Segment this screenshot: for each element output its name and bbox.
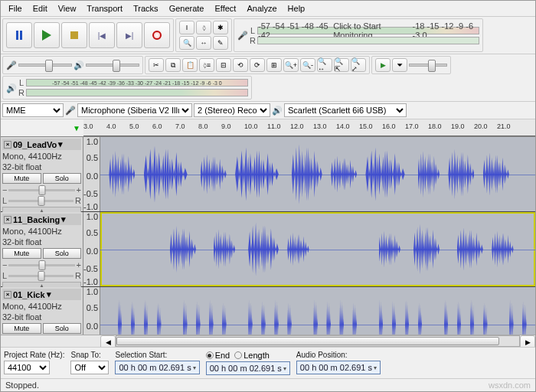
waveform-canvas[interactable]: [100, 137, 535, 211]
length-radio[interactable]: Length: [234, 351, 270, 360]
track-format: Mono, 44100Hz: [2, 152, 81, 161]
zoom-in-button[interactable]: 🔍+: [283, 58, 299, 72]
undo-button[interactable]: ⟲: [233, 58, 248, 72]
edit-toolbar: ✂ ⧉ 📋 ⎀≡ ⊟ ⟲ ⟳ ⊞ 🔍+ 🔍- 🔍↔ 🔍⇱ 🔍⤢: [145, 56, 370, 74]
play-meter-bar-L[interactable]: -57 -54 -51 -48 -45 -42 -39 -36 -33 -30 …: [26, 79, 248, 87]
track-menu-icon[interactable]: ▾: [47, 289, 51, 299]
timeshift-tool[interactable]: ↔: [196, 36, 211, 50]
recording-volume-slider[interactable]: [18, 64, 72, 67]
track-close-button[interactable]: ×: [4, 141, 11, 149]
rec-vol-mic-icon: 🎤: [6, 60, 17, 70]
record-meter[interactable]: 🎤 L -57 -54 -51 -48 -45 -42Click to Star…: [234, 18, 483, 52]
track-panel[interactable]: ×09_LeadVo▾ Mono, 44100Hz 32-bit float M…: [1, 137, 83, 211]
track-name[interactable]: 01_Kick: [13, 290, 45, 299]
rec-meter-scale-L[interactable]: -57 -54 -51 -48 -45 -42Click to Start Mo…: [257, 27, 479, 34]
speaker-icon: 🔊: [6, 83, 17, 93]
timeline-ruler[interactable]: 3.04.05.06.07.08.09.010.011.012.013.014.…: [83, 119, 535, 136]
multi-tool[interactable]: ✎: [213, 36, 228, 50]
track-panel[interactable]: ×11_Backing▾ Mono, 44100Hz 32-bit float …: [1, 212, 83, 286]
menu-view[interactable]: View: [54, 2, 81, 15]
play-at-speed-button[interactable]: ▶: [375, 58, 391, 72]
track-bitdepth: 32-bit float: [2, 312, 81, 322]
menu-effect[interactable]: Effect: [211, 2, 241, 15]
menu-transport[interactable]: Transport: [82, 2, 127, 15]
menu-help[interactable]: Help: [283, 2, 310, 15]
selection-tool[interactable]: I: [179, 21, 194, 34]
sync-lock-button[interactable]: ⊞: [266, 58, 282, 72]
rec-meter-bar-R[interactable]: [257, 37, 479, 44]
host-api-select[interactable]: MME: [2, 103, 64, 117]
zoom-tool[interactable]: 🔍: [179, 36, 194, 50]
solo-button[interactable]: Solo: [43, 173, 82, 184]
redo-button[interactable]: ⟳: [250, 58, 265, 72]
track-name[interactable]: 11_Backing: [13, 215, 60, 224]
draw-tool[interactable]: ✱: [213, 21, 228, 34]
zoom-toggle-button[interactable]: 🔍⤢: [351, 58, 366, 72]
track-close-button[interactable]: ×: [4, 291, 11, 299]
mute-button[interactable]: Mute: [2, 323, 41, 334]
snap-to-select[interactable]: Off: [70, 361, 109, 374]
skip-end-button[interactable]: [116, 22, 142, 48]
audio-position-time[interactable]: 00 h 00 m 02.691 s▾: [296, 361, 381, 374]
selection-bar: Project Rate (Hz): 44100 Snap To: Off Se…: [1, 347, 535, 378]
vertical-scale[interactable]: 1.00.50.0-0.5-1.0: [83, 287, 100, 335]
track-menu-icon[interactable]: ▾: [58, 139, 63, 149]
copy-button[interactable]: ⧉: [165, 58, 181, 72]
horizontal-scrollbar[interactable]: ◀ ▶: [1, 335, 535, 347]
fit-project-button[interactable]: 🔍⇱: [334, 58, 349, 72]
selection-end-time[interactable]: 00 h 00 m 02.691 s▾: [206, 361, 290, 375]
status-bar: Stopped. wsxdn.com: [1, 378, 535, 391]
track-menu-icon[interactable]: ▾: [61, 214, 66, 224]
menu-file[interactable]: File: [4, 2, 27, 15]
silence-button[interactable]: ⊟: [216, 58, 231, 72]
gain-slider[interactable]: [8, 189, 74, 191]
trim-button[interactable]: ⎀≡: [199, 58, 214, 72]
menu-tracks[interactable]: Tracks: [129, 2, 163, 15]
track-0: ×09_LeadVo▾ Mono, 44100Hz 32-bit float M…: [1, 137, 535, 212]
track-name[interactable]: 09_LeadVo: [13, 140, 57, 149]
play-button[interactable]: [34, 22, 60, 48]
menu-generate[interactable]: Generate: [165, 2, 209, 15]
audio-position-label: Audio Position:: [296, 351, 381, 359]
mute-button[interactable]: Mute: [2, 248, 41, 259]
waveform-canvas[interactable]: [100, 287, 535, 335]
fit-selection-button[interactable]: 🔍↔: [317, 58, 332, 72]
pinned-play-head-icon[interactable]: ▼: [73, 124, 80, 132]
paste-button[interactable]: 📋: [182, 58, 198, 72]
stop-button[interactable]: [61, 22, 87, 48]
gain-slider[interactable]: [8, 264, 74, 266]
vertical-scale[interactable]: 1.00.50.0-0.5-1.0: [83, 137, 100, 211]
play-speed-menu[interactable]: ⏷: [392, 58, 407, 72]
track-bitdepth: 32-bit float: [2, 237, 81, 247]
recording-device-select[interactable]: Microphone (Siberia V2 Illu: [77, 103, 192, 117]
record-button[interactable]: [144, 22, 170, 48]
skip-start-button[interactable]: [89, 22, 115, 48]
pan-slider[interactable]: [8, 275, 74, 277]
play-meter-bar-R[interactable]: [26, 89, 248, 96]
zoom-out-button[interactable]: 🔍-: [300, 58, 315, 72]
end-radio[interactable]: End: [206, 351, 230, 360]
menu-analyze[interactable]: Analyze: [242, 2, 281, 15]
solo-button[interactable]: Solo: [43, 248, 82, 259]
project-rate-select[interactable]: 44100: [4, 361, 50, 374]
playback-meter[interactable]: 🔊 L -57 -54 -51 -48 -45 -42 -39 -36 -33 …: [2, 76, 252, 100]
mute-button[interactable]: Mute: [2, 173, 41, 184]
pause-button[interactable]: [6, 22, 32, 48]
solo-button[interactable]: Solo: [43, 323, 82, 334]
speaker-icon: 🔊: [272, 105, 283, 116]
track-panel[interactable]: ×01_Kick▾ Mono, 44100Hz 32-bit float Mut…: [1, 287, 83, 335]
waveform-canvas[interactable]: [100, 212, 535, 286]
selection-start-time[interactable]: 00 h 00 m 02.691 s▾: [115, 361, 199, 374]
play-speed-slider[interactable]: [409, 64, 447, 67]
watermark: wsxdn.com: [489, 381, 531, 390]
pan-slider[interactable]: [8, 200, 74, 202]
menu-edit[interactable]: Edit: [28, 2, 52, 15]
track-close-button[interactable]: ×: [4, 216, 11, 224]
playback-device-select[interactable]: Scarlett (Scarlett 6i6 USB): [284, 103, 407, 117]
recording-channels-select[interactable]: 2 (Stereo) Recor: [194, 103, 270, 117]
envelope-tool[interactable]: ⎀: [196, 21, 211, 34]
cut-button[interactable]: ✂: [149, 58, 164, 72]
scroll-thumb[interactable]: [116, 337, 499, 345]
vertical-scale[interactable]: 1.00.50.0-0.5-1.0: [83, 212, 100, 286]
playback-volume-slider[interactable]: [86, 64, 139, 67]
